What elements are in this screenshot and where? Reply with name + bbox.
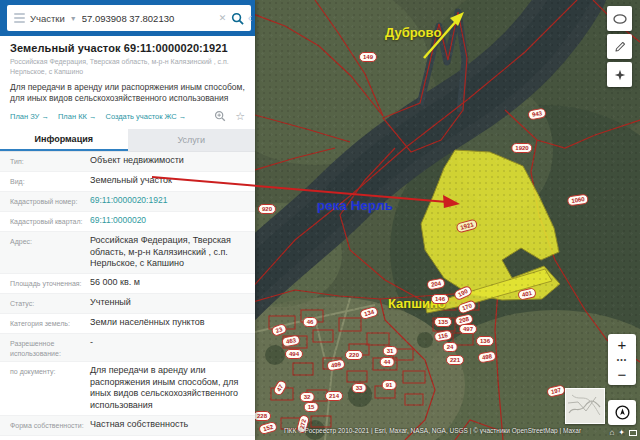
info-row: Площадь уточненная:56 000 кв. м bbox=[0, 274, 255, 294]
menu-icon[interactable] bbox=[14, 13, 25, 23]
info-row: Кадастровая стоимость:212 800 руб. bbox=[0, 436, 255, 440]
home-icon[interactable]: ⌂ bbox=[609, 428, 614, 437]
search-area-button[interactable] bbox=[607, 62, 632, 87]
info-row-label: Форма собственности: bbox=[10, 419, 90, 430]
info-row-label: Кадастровый квартал: bbox=[10, 215, 90, 226]
info-row-value: - bbox=[90, 337, 245, 349]
info-row-label: по документу: bbox=[10, 365, 90, 376]
info-row: Кадастровый номер:69:11:0000020:1921 bbox=[0, 192, 255, 212]
tab-information[interactable]: Информация bbox=[0, 129, 128, 151]
info-row-value-link[interactable]: 69:11:0000020:1921 bbox=[90, 195, 245, 206]
pkk-app: Участки ▼ ✕ ‹ Земельный участок 69:11:00… bbox=[0, 0, 640, 440]
info-row-value: Объект недвижимости bbox=[90, 155, 245, 167]
info-row-label: Статус: bbox=[10, 297, 90, 308]
star-icon bbox=[613, 68, 627, 82]
info-row: по документу:Для передачи в аренду или р… bbox=[0, 362, 255, 416]
info-row-label: Тип: bbox=[10, 155, 90, 166]
collapse-panel-icon[interactable]: ‹ bbox=[248, 11, 252, 24]
info-row-label: Площадь уточненная: bbox=[10, 277, 90, 288]
clear-icon[interactable]: ✕ bbox=[219, 13, 227, 23]
info-table: Тип:Объект недвижимостиВид:Земельный уча… bbox=[0, 152, 255, 440]
info-row-value: Учтенный bbox=[90, 297, 245, 309]
info-row-value: Для передачи в аренду или распоряжения и… bbox=[90, 365, 245, 412]
tab-services[interactable]: Услуги bbox=[128, 129, 256, 151]
search-bar: Участки ▼ ✕ ‹ bbox=[0, 0, 255, 36]
object-links-row: План ЗУ → План КК → Создать участок ЖС →… bbox=[10, 110, 245, 122]
info-row: Форма собственности:Частная собственност… bbox=[0, 416, 255, 436]
info-row-value: Земельный участок bbox=[90, 175, 245, 187]
search-icon[interactable] bbox=[231, 12, 244, 25]
search-field: Участки ▼ ✕ bbox=[7, 5, 251, 31]
info-row: Тип:Объект недвижимости bbox=[0, 152, 255, 172]
chevron-down-icon[interactable]: ▼ bbox=[70, 15, 77, 22]
info-row: Кадастровый квартал:69:11:0000020 bbox=[0, 212, 255, 232]
object-description: Для передачи в аренду или распоряжения и… bbox=[10, 82, 245, 104]
page-title: Земельный участок 69:11:0000020:1921 bbox=[10, 42, 245, 54]
zoom-controls: + ••• − bbox=[608, 334, 636, 385]
info-row-value: 56 000 кв. м bbox=[90, 277, 245, 289]
info-row: Разрешенное использование:- bbox=[0, 334, 255, 362]
location-arrow-icon bbox=[614, 404, 631, 421]
info-row-label: Вид: bbox=[10, 175, 90, 186]
map-panel[interactable]: Дуброво река Нерль Капшино 1921149943192… bbox=[255, 0, 640, 440]
zoom-out-button[interactable]: − bbox=[608, 365, 636, 384]
create-plot-zhs-link[interactable]: Создать участок ЖС → bbox=[105, 112, 186, 121]
info-row-value: Российская Федерация, Тверская область, … bbox=[90, 235, 245, 270]
overview-minimap[interactable] bbox=[565, 388, 605, 424]
zoom-in-button[interactable]: + bbox=[608, 335, 636, 354]
left-panel: Участки ▼ ✕ ‹ Земельный участок 69:11:00… bbox=[0, 0, 255, 440]
plan-kk-link[interactable]: План КК → bbox=[58, 112, 97, 121]
map-canvas[interactable] bbox=[255, 0, 640, 440]
info-row-value-link[interactable]: 69:11:0000020 bbox=[90, 215, 245, 226]
info-row: Статус:Учтенный bbox=[0, 294, 255, 314]
info-row: Вид:Земельный участок bbox=[0, 172, 255, 192]
zoom-to-object-icon[interactable] bbox=[214, 110, 226, 122]
info-row: Адрес:Российская Федерация, Тверская обл… bbox=[0, 232, 255, 274]
info-row-value: Земли населённых пунктов bbox=[90, 317, 245, 329]
measure-button[interactable] bbox=[607, 34, 632, 59]
info-row-label: Кадастровый номер: bbox=[10, 195, 90, 206]
plan-zu-link[interactable]: План ЗУ → bbox=[10, 112, 49, 121]
zoom-level-dots[interactable]: ••• bbox=[608, 354, 636, 365]
object-card: Земельный участок 69:11:0000020:1921 Рос… bbox=[0, 36, 255, 125]
corner-tools: ⌂ ✦ bbox=[609, 428, 637, 437]
star-small-icon[interactable]: ✦ bbox=[618, 428, 625, 437]
info-row-label: Адрес: bbox=[10, 235, 90, 246]
info-row-label: Категория земель: bbox=[10, 317, 90, 328]
spatial-objects-button[interactable] bbox=[607, 6, 632, 31]
info-row-value: Частная собственность bbox=[90, 419, 245, 431]
locate-button[interactable] bbox=[608, 400, 636, 425]
pencil-icon bbox=[613, 40, 627, 54]
minimap-roads bbox=[566, 389, 602, 421]
search-input[interactable] bbox=[82, 13, 214, 24]
fullscreen-icon[interactable] bbox=[629, 430, 637, 436]
tabs: Информация Услуги bbox=[0, 129, 255, 152]
object-address-subtitle: Российская Федерация, Тверская область, … bbox=[10, 57, 245, 77]
ellipse-icon bbox=[612, 11, 628, 27]
favorite-star-icon[interactable]: ☆ bbox=[235, 111, 245, 122]
info-row: Категория земель:Земли населённых пункто… bbox=[0, 314, 255, 334]
search-category-select[interactable]: Участки bbox=[30, 13, 65, 24]
info-row-label: Разрешенное использование: bbox=[10, 337, 90, 358]
